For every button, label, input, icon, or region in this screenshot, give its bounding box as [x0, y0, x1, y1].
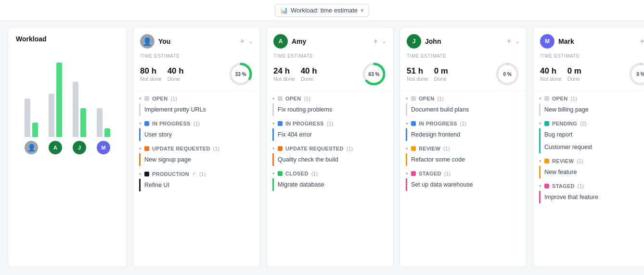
bar-group-you [25, 99, 38, 137]
time-done-amy: 40 hDone [301, 66, 317, 82]
section-count-pending: (2) [580, 121, 586, 126]
section-label-production: PRODUCTION [152, 171, 189, 177]
section-count-review: (1) [577, 158, 583, 164]
task-item[interactable]: New feature [539, 166, 644, 178]
collapse-button[interactable]: ⌄ [515, 38, 520, 45]
person-name-amy: Amy [292, 38, 306, 45]
task-item[interactable]: Quality check the build [272, 153, 387, 166]
task-item[interactable]: Fix 404 error [272, 128, 387, 141]
check-icon: ✓ [192, 171, 196, 177]
avatar-mark-small: M [97, 141, 110, 154]
chevron-icon: ▾ [139, 121, 142, 126]
section-count-open: (1) [437, 96, 443, 101]
section-mark-review: ▾REVIEW(1)New feature [533, 156, 644, 178]
section-header-john-review[interactable]: ▾REVIEW(1) [406, 144, 521, 153]
add-task-button[interactable]: + [507, 37, 511, 46]
main-content: Workload [0, 21, 644, 273]
task-item[interactable]: Refine UI [139, 179, 254, 191]
workload-dropdown-button[interactable]: 📊 Workload: time estimate ▾ [275, 4, 369, 17]
section-label-update-requested: UPDATE REQUESTED [152, 146, 210, 151]
task-item[interactable]: Redesign frontend [406, 128, 521, 141]
task-item[interactable]: Implement pretty URLs [139, 103, 254, 116]
column-header-you: 👤You+⌄TIME ESTIMATE80 hNot done40 hDone … [133, 27, 260, 91]
task-item[interactable]: Bug report [539, 128, 644, 141]
section-header-you-open[interactable]: ▾OPEN(1) [139, 94, 254, 103]
avatar-you: 👤 [140, 34, 155, 49]
section-header-you-production[interactable]: ▾PRODUCTION✓(1) [139, 169, 254, 179]
section-header-john-in-progress[interactable]: ▾IN PROGRESS(1) [406, 119, 521, 128]
section-amy-update-requested: ▾UPDATE REQUESTED(1)Quality check the bu… [267, 144, 393, 166]
section-amy-open: ▾OPEN(1)Fix routing problems [267, 94, 393, 116]
donut-chart-you: 33 % [228, 62, 253, 87]
section-header-amy-closed[interactable]: ▾CLOSED(1) [272, 169, 387, 178]
section-status-dot [278, 121, 283, 126]
person-name-john: John [425, 38, 441, 45]
section-header-amy-update-requested[interactable]: ▾UPDATE REQUESTED(1) [272, 144, 387, 153]
section-label-staged: STAGED [419, 171, 441, 176]
section-header-john-open[interactable]: ▾OPEN(1) [406, 94, 521, 103]
section-count-staged: (1) [444, 171, 451, 176]
section-count-staged: (1) [578, 183, 584, 189]
task-item[interactable]: New billing page [539, 103, 644, 116]
chevron-icon: ▾ [539, 159, 541, 163]
bar-group-amy [49, 62, 62, 137]
section-header-amy-in-progress[interactable]: ▾IN PROGRESS(1) [272, 119, 387, 128]
task-item[interactable]: Set up data warehouse [406, 178, 521, 191]
add-task-button[interactable]: + [640, 37, 644, 46]
bar-john-gray [73, 82, 78, 137]
chevron-down-icon: ▾ [361, 7, 364, 14]
avatar-you-small: 👤 [25, 141, 38, 154]
task-item[interactable]: User story [139, 128, 254, 141]
task-item[interactable]: Document build plans [406, 103, 521, 116]
section-amy-in-progress: ▾IN PROGRESS(1)Fix 404 error [267, 119, 393, 141]
section-header-mark-staged[interactable]: ▾STAGED(1) [539, 181, 644, 191]
section-header-you-update-requested[interactable]: ▾UPDATE REQUESTED(1) [139, 144, 254, 153]
chevron-icon: ▾ [139, 146, 142, 151]
person-column-mark: MMark+⌄TIME ESTIMATE40 hNot done0 mDone … [533, 27, 644, 267]
bar-you-gray [25, 99, 30, 137]
section-header-you-in-progress[interactable]: ▾IN PROGRESS(1) [139, 119, 254, 128]
task-item[interactable]: Fix routing problems [272, 103, 387, 116]
bar-john-green [80, 108, 86, 137]
section-label-open: OPEN [152, 96, 167, 101]
chevron-icon: ▾ [406, 96, 408, 101]
section-label-in-progress: IN PROGRESS [152, 121, 191, 126]
chevron-icon: ▾ [539, 184, 541, 188]
section-count-open: (1) [304, 96, 310, 101]
section-header-mark-review[interactable]: ▾REVIEW(1) [539, 156, 644, 166]
collapse-button[interactable]: ⌄ [248, 38, 253, 45]
donut-chart-mark: 0 % [628, 62, 644, 87]
bar-group-john [73, 82, 86, 137]
add-task-button[interactable]: + [374, 37, 378, 46]
section-status-dot [544, 159, 549, 163]
section-status-dot [411, 96, 416, 101]
section-label-in-progress: IN PROGRESS [419, 121, 457, 126]
person-column-john: JJohn+⌄TIME ESTIMATE51 hNot done0 mDone … [399, 27, 527, 267]
add-task-button[interactable]: + [240, 37, 245, 46]
section-label-review: REVIEW [419, 146, 440, 151]
section-john-open: ▾OPEN(1)Document build plans [400, 94, 527, 116]
section-mark-open: ▾OPEN(1)New billing page [533, 94, 644, 116]
collapse-button[interactable]: ⌄ [382, 38, 386, 45]
task-item[interactable]: New signup page [139, 153, 254, 166]
avatar-mark: M [540, 34, 554, 49]
task-item[interactable]: Customer request [539, 141, 644, 153]
section-label-update-requested: UPDATE REQUESTED [285, 146, 344, 151]
section-john-review: ▾REVIEW(1)Refactor some code [400, 144, 527, 166]
workload-sidebar: Workload [8, 27, 127, 267]
section-count-production: (1) [199, 171, 206, 177]
task-item[interactable]: Refactor some code [406, 153, 521, 166]
person-name-mark: Mark [558, 38, 574, 45]
section-header-mark-pending[interactable]: ▾PENDING(2) [539, 119, 644, 128]
section-header-mark-open[interactable]: ▾OPEN(1) [539, 94, 644, 103]
section-label-open: OPEN [552, 96, 567, 101]
task-item[interactable]: Migrate database [272, 178, 387, 191]
section-header-john-staged[interactable]: ▾STAGED(1) [406, 169, 521, 178]
section-status-dot [144, 146, 149, 151]
section-header-amy-open[interactable]: ▾OPEN(1) [272, 94, 387, 103]
chevron-icon: ▾ [272, 96, 275, 101]
section-label-staged: STAGED [552, 183, 575, 189]
section-mark-staged: ▾STAGED(1)Improve that feature [533, 181, 644, 203]
task-item[interactable]: Improve that feature [539, 191, 644, 203]
time-estimate-label-you: TIME ESTIMATE [140, 53, 253, 59]
